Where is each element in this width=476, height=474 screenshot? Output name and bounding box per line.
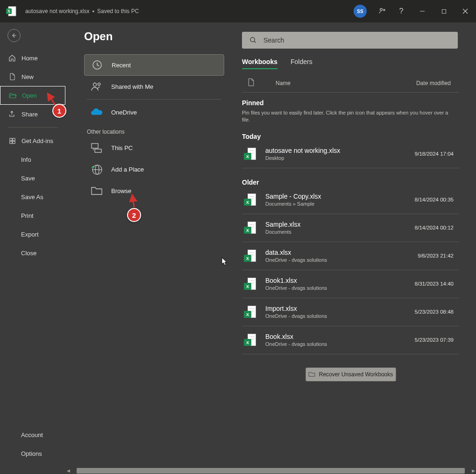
location-label: Shared with Me xyxy=(111,83,153,90)
excel-app-icon: X xyxy=(6,6,17,17)
excel-file-icon: X xyxy=(244,194,256,208)
nav-save-as[interactable]: Save As xyxy=(0,187,65,206)
svg-rect-8 xyxy=(9,138,12,140)
minimize-button[interactable] xyxy=(412,0,433,22)
file-name: autosave not working.xlsx xyxy=(265,147,340,154)
back-button[interactable] xyxy=(7,29,21,42)
scroll-track[interactable] xyxy=(77,468,465,474)
recover-unsaved-button[interactable]: Recover Unsaved Workbooks xyxy=(305,367,396,381)
file-name: Import.xlsx xyxy=(265,305,327,312)
search-box[interactable] xyxy=(242,32,458,49)
coming-soon-icon[interactable] xyxy=(374,7,391,15)
file-date: 5/23/2023 07:39 xyxy=(415,337,454,343)
scroll-left-arrow[interactable]: ◀ xyxy=(65,468,71,473)
svg-rect-5 xyxy=(442,9,446,13)
user-avatar[interactable]: SS xyxy=(354,5,367,18)
location-onedrive[interactable]: OneDrive xyxy=(84,101,224,123)
nav-get-addins[interactable]: Get Add-ins xyxy=(0,131,65,150)
location-browse[interactable]: Browse xyxy=(84,180,224,201)
maximize-button[interactable] xyxy=(433,0,455,22)
share-icon xyxy=(8,110,16,118)
tab-folders[interactable]: Folders xyxy=(291,58,313,69)
svg-text:X: X xyxy=(7,9,11,14)
title-save-status: Saved to this PC xyxy=(97,8,139,14)
home-icon xyxy=(8,54,16,62)
clock-icon xyxy=(91,59,103,71)
nav-label: New xyxy=(21,73,34,80)
file-location: OneDrive - dvags solutions xyxy=(265,285,327,291)
location-shared[interactable]: Shared with Me xyxy=(84,76,224,97)
file-row[interactable]: X Book.xlsx OneDrive - dvags solutions 5… xyxy=(242,326,459,354)
tab-workbooks[interactable]: Workbooks xyxy=(242,58,277,69)
nav-label: Open xyxy=(22,92,37,99)
nav-account[interactable]: Account xyxy=(0,425,65,444)
onedrive-icon xyxy=(91,108,103,116)
svg-point-14 xyxy=(98,83,100,85)
svg-rect-16 xyxy=(95,149,101,152)
other-locations-heading: Other locations xyxy=(84,123,224,137)
pc-icon xyxy=(91,143,103,153)
location-add-place[interactable]: Add a Place xyxy=(84,158,224,180)
svg-line-24 xyxy=(254,41,256,43)
file-row[interactable]: X Sample.xlsx Documents 8/14/2024 00:12 xyxy=(242,214,459,242)
file-row[interactable]: X Import.xlsx OneDrive - dvags solutions… xyxy=(242,298,459,326)
file-location: Desktop xyxy=(265,155,340,161)
folder-icon xyxy=(308,371,315,377)
file-date: 8/31/2023 14:40 xyxy=(415,281,454,287)
search-input[interactable] xyxy=(263,36,450,44)
location-recent[interactable]: Recent xyxy=(84,54,224,76)
svg-rect-11 xyxy=(13,141,15,144)
backstage-nav: Home New Open Share Get Add-ins xyxy=(0,22,65,467)
file-row[interactable]: X Book1.xlsx OneDrive - dvags solutions … xyxy=(242,270,459,298)
file-row[interactable]: X autosave not working.xlsx Desktop 9/18… xyxy=(242,140,459,168)
nav-print[interactable]: Print xyxy=(0,206,65,225)
people-icon xyxy=(91,81,103,92)
folder-icon xyxy=(91,186,103,195)
location-this-pc[interactable]: This PC xyxy=(84,137,224,158)
titlebar: X autosave not working.xlsx • Saved to t… xyxy=(0,0,476,22)
file-location: Documents » Sample xyxy=(265,201,321,207)
mouse-cursor xyxy=(221,257,228,266)
nav-label: Get Add-ins xyxy=(21,137,53,144)
recover-label: Recover Unsaved Workbooks xyxy=(319,371,393,378)
nav-export[interactable]: Export xyxy=(0,225,65,244)
help-icon[interactable]: ? xyxy=(393,7,410,15)
file-date: 9/6/2023 21:42 xyxy=(418,253,454,259)
search-icon xyxy=(249,36,257,44)
horizontal-scrollbar[interactable]: ◀ ▶ xyxy=(65,467,476,474)
col-date[interactable]: Date modified xyxy=(416,80,451,86)
nav-home[interactable]: Home xyxy=(0,49,65,67)
file-row[interactable]: X data.xlsx OneDrive - dvags solutions 9… xyxy=(242,242,459,270)
nav-label: Share xyxy=(21,111,38,118)
location-label: Recent xyxy=(112,62,131,69)
nav-save[interactable]: Save xyxy=(0,169,65,187)
pinned-heading: Pinned xyxy=(242,99,459,107)
location-separator xyxy=(87,99,221,100)
file-location: OneDrive - dvags solutions xyxy=(265,341,327,347)
nav-label: Home xyxy=(21,55,38,62)
excel-file-icon: X xyxy=(244,222,256,236)
file-name: Sample.xlsx xyxy=(265,221,300,228)
excel-file-icon: X xyxy=(244,278,256,292)
svg-point-13 xyxy=(93,83,97,86)
col-name[interactable]: Name xyxy=(276,80,291,86)
nav-close[interactable]: Close xyxy=(0,244,65,262)
nav-new[interactable]: New xyxy=(0,67,65,86)
older-heading: Older xyxy=(242,179,459,186)
nav-options[interactable]: Options xyxy=(0,444,65,463)
columns-header: Name Date modified xyxy=(242,74,459,93)
svg-point-3 xyxy=(380,8,383,11)
close-button[interactable] xyxy=(455,0,476,22)
excel-file-icon: X xyxy=(244,306,256,320)
file-date: 5/23/2023 08:48 xyxy=(415,309,454,315)
title-filename: autosave not working.xlsx xyxy=(25,8,89,14)
file-row[interactable]: X Sample - Copy.xlsx Documents » Sample … xyxy=(242,186,459,214)
excel-file-icon: X xyxy=(244,148,256,162)
addins-icon xyxy=(8,137,16,144)
scroll-right-arrow[interactable]: ▶ xyxy=(470,468,476,473)
file-location: Documents xyxy=(265,229,300,235)
nav-info[interactable]: Info xyxy=(0,150,65,169)
title-separator: • xyxy=(92,8,94,15)
scroll-thumb[interactable] xyxy=(77,468,465,474)
file-location: OneDrive - dvags solutions xyxy=(265,257,327,263)
